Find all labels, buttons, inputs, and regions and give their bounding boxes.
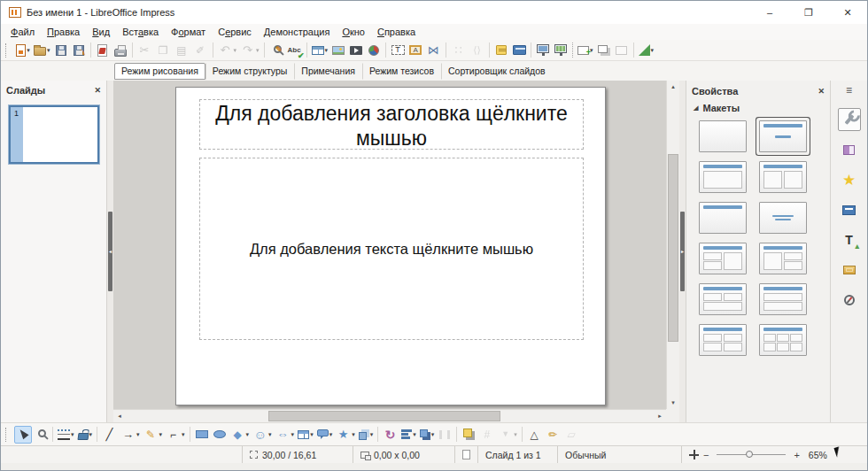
- zoom-out-button[interactable]: −: [703, 450, 709, 460]
- status-object-size[interactable]: 0,00 x 0,00: [353, 446, 454, 463]
- 3d-objects-dropdown-icon[interactable]: ▾: [370, 431, 374, 438]
- select-button[interactable]: [14, 426, 32, 444]
- layout-title-content-2content[interactable]: [759, 243, 807, 274]
- block-arrows-dropdown-icon[interactable]: ▾: [291, 431, 295, 438]
- duplicate-slide-button[interactable]: [595, 42, 613, 59]
- edit-points-button[interactable]: △: [525, 426, 544, 444]
- flowchart-dropdown-icon[interactable]: ▾: [310, 431, 314, 438]
- new-presentation-dropdown-icon[interactable]: ▾: [27, 47, 30, 54]
- curve-button[interactable]: ✎▾: [142, 426, 165, 444]
- slide-transition-deck-button[interactable]: [838, 138, 861, 161]
- layout-title-slide[interactable]: [759, 120, 807, 152]
- body-placeholder[interactable]: Для добавления текста щёлкните мышью: [199, 158, 584, 340]
- new-presentation-button[interactable]: ▾: [14, 42, 32, 59]
- basic-shapes-button[interactable]: ◆▾: [229, 426, 252, 444]
- insert-table-button[interactable]: ▾: [310, 42, 330, 59]
- master-slides-deck-button[interactable]: [838, 198, 861, 221]
- fontwork-button[interactable]: ⋈: [424, 42, 443, 59]
- save-button[interactable]: [52, 42, 70, 59]
- insert-header-footer-button[interactable]: А: [407, 42, 424, 59]
- menu-insert[interactable]: Вставка: [116, 26, 165, 38]
- layout-centered-text[interactable]: [759, 202, 807, 234]
- insert-line-button[interactable]: ╱: [100, 426, 119, 444]
- open-dropdown-icon[interactable]: ▾: [47, 47, 50, 54]
- insert-textbox-button[interactable]: T: [389, 42, 407, 59]
- navigator-deck-button[interactable]: [838, 289, 861, 312]
- collapse-right-handle[interactable]: ▸: [680, 212, 685, 291]
- menu-window[interactable]: Окно: [336, 26, 371, 38]
- menu-edit[interactable]: Правка: [41, 26, 86, 38]
- layout-title-content-over-content[interactable]: [759, 283, 807, 315]
- horizontal-scrollbar[interactable]: ◂ ▸: [113, 409, 666, 422]
- scroll-left-icon[interactable]: ◂: [113, 410, 126, 422]
- callouts-button[interactable]: ▾: [315, 426, 335, 444]
- status-cursor-position[interactable]: 30,00 / 16,61: [242, 446, 353, 463]
- insert-chart-button[interactable]: [365, 42, 383, 59]
- glue-points-button[interactable]: ✏: [544, 426, 562, 444]
- layout-title-content[interactable]: [699, 161, 747, 193]
- tab-sorter[interactable]: Сортировщик слайдов: [441, 63, 553, 80]
- gallery-deck-button[interactable]: [838, 259, 861, 282]
- toolbar-grip[interactable]: [5, 43, 10, 58]
- zoom-percentage[interactable]: 65%: [804, 450, 827, 460]
- status-document-modified[interactable]: [454, 446, 477, 463]
- scroll-up-icon[interactable]: ▴: [667, 81, 679, 93]
- fit-slide-icon[interactable]: [689, 450, 699, 459]
- vertical-scroll-track[interactable]: [667, 93, 679, 397]
- rectangle-button[interactable]: [193, 426, 211, 444]
- slide-layout-dropdown-icon[interactable]: ▾: [651, 47, 655, 54]
- stars-dropdown-icon[interactable]: ▾: [352, 431, 355, 438]
- animation-deck-button[interactable]: ★: [838, 168, 861, 191]
- scroll-right-icon[interactable]: ▸: [654, 410, 666, 422]
- tab-notes[interactable]: Примечания: [294, 63, 362, 80]
- curve-dropdown-icon[interactable]: ▾: [159, 431, 163, 438]
- insert-image-button[interactable]: [329, 42, 347, 59]
- connector-dropdown-icon[interactable]: ▾: [182, 431, 185, 438]
- status-layout-name[interactable]: Обычный: [557, 446, 681, 463]
- start-from-first-slide-button[interactable]: [534, 42, 552, 59]
- 3d-objects-button[interactable]: ▾: [357, 426, 376, 444]
- horizontal-scroll-thumb[interactable]: [268, 411, 500, 421]
- connector-button[interactable]: ⌐▾: [164, 426, 187, 444]
- new-slide-button[interactable]: +▾: [576, 42, 595, 59]
- insert-media-button[interactable]: [347, 42, 365, 59]
- find-and-replace-button[interactable]: ✎: [267, 42, 285, 59]
- layout-title-six-content[interactable]: [759, 324, 807, 356]
- sidebar-settings-button[interactable]: ≡: [838, 83, 861, 97]
- properties-deck-button[interactable]: [838, 108, 861, 131]
- block-arrows-button[interactable]: ⇔▾: [274, 426, 297, 444]
- basic-shapes-dropdown-icon[interactable]: ▾: [246, 431, 250, 438]
- filter-dropdown-icon[interactable]: ▾: [514, 431, 517, 438]
- insert-comment-button[interactable]: [492, 42, 510, 59]
- tab-drawing[interactable]: Режим рисования: [114, 63, 205, 80]
- slide-thumbnail-1[interactable]: 1: [9, 105, 99, 164]
- redo-dropdown-icon[interactable]: ▾: [256, 47, 260, 54]
- properties-panel-close-icon[interactable]: ✕: [818, 87, 825, 96]
- print-button[interactable]: [112, 42, 129, 59]
- start-from-current-slide-button[interactable]: [552, 42, 570, 59]
- export-pdf-button[interactable]: [94, 42, 112, 59]
- shadow-button[interactable]: [460, 426, 477, 444]
- zoom-button[interactable]: [32, 426, 50, 444]
- layout-title-2content-content[interactable]: [699, 243, 747, 274]
- restore-button[interactable]: ❐: [789, 1, 828, 24]
- line-style-button[interactable]: ▾: [56, 426, 76, 444]
- arrange-dropdown-icon[interactable]: ▾: [431, 431, 435, 438]
- fill-style-button[interactable]: ▾: [76, 426, 95, 444]
- zoom-in-button[interactable]: +: [794, 450, 799, 460]
- rotate-button[interactable]: ↻: [381, 426, 399, 444]
- menu-format[interactable]: Формат: [165, 26, 212, 38]
- layout-title-four-content[interactable]: [699, 324, 747, 356]
- collapse-left-handle[interactable]: ◂: [108, 212, 112, 291]
- layout-title-2content-over-content[interactable]: [699, 283, 747, 315]
- symbol-shapes-button[interactable]: ☺▾: [251, 426, 274, 444]
- layout-title-two-content[interactable]: [759, 161, 807, 193]
- fill-style-dropdown-icon[interactable]: ▾: [89, 431, 93, 438]
- drawing-toolbar-grip[interactable]: [5, 428, 10, 442]
- minimize-button[interactable]: –: [750, 1, 789, 24]
- stars-button[interactable]: ★▾: [334, 426, 357, 444]
- layout-title-only[interactable]: [699, 202, 747, 234]
- horizontal-scroll-track[interactable]: [126, 410, 654, 422]
- menu-view[interactable]: Вид: [86, 26, 116, 38]
- menu-tools[interactable]: Сервис: [212, 26, 258, 38]
